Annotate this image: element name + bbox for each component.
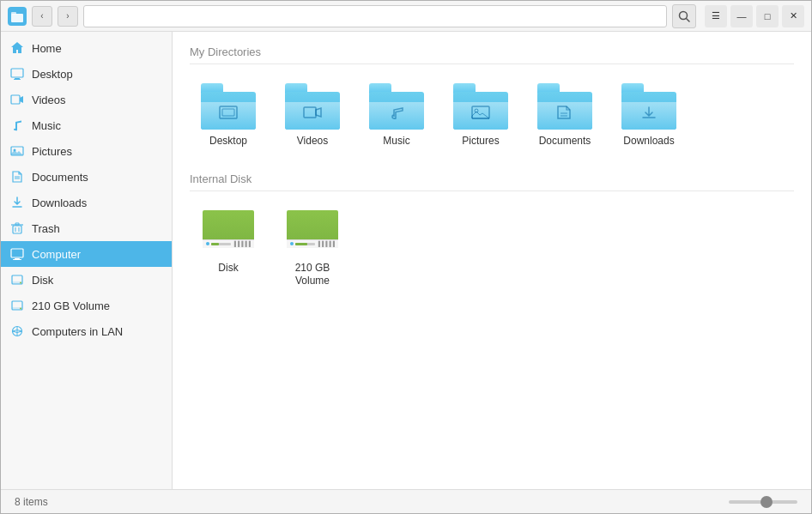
volume-item-icon: ▐▐▐▐▐	[285, 210, 340, 257]
titlebar: ‹ › ☰ — □ ✕	[1, 1, 811, 32]
folder-music[interactable]: Music	[358, 76, 435, 155]
svg-rect-4	[11, 69, 23, 77]
sidebar: Home Desktop	[1, 32, 173, 489]
folder-music-icon	[369, 83, 424, 130]
computer-icon	[9, 246, 25, 262]
folder-downloads-label: Downloads	[623, 135, 674, 148]
svg-rect-0	[11, 14, 23, 22]
file-manager-window: ‹ › ☰ — □ ✕ Home	[0, 0, 812, 514]
zoom-thumb	[760, 496, 773, 508]
folder-videos-icon	[285, 83, 340, 130]
svg-rect-7	[11, 95, 20, 104]
svg-rect-1	[11, 12, 16, 15]
sidebar-label-computer: Computer	[32, 248, 81, 261]
volume-led	[290, 242, 294, 245]
section-title-internal-disk: Internal Disk	[190, 172, 794, 191]
app-icon	[8, 7, 27, 26]
home-icon	[9, 40, 25, 56]
svg-rect-14	[13, 226, 21, 233]
close-button[interactable]: ✕	[782, 5, 804, 27]
volume-item-label: 210 GB Volume	[277, 262, 348, 288]
sidebar-item-home[interactable]: Home	[1, 35, 172, 61]
videos-icon	[9, 92, 25, 107]
svg-rect-19	[15, 258, 20, 259]
sidebar-item-desktop[interactable]: Desktop	[1, 61, 172, 87]
folder-pictures-label: Pictures	[462, 135, 499, 148]
sidebar-label-volume: 210 GB Volume	[32, 299, 110, 312]
svg-rect-31	[304, 107, 316, 118]
minimize-button[interactable]: —	[730, 5, 753, 27]
maximize-button[interactable]: □	[756, 5, 779, 27]
section-title-my-directories: My Directories	[190, 45, 794, 64]
svg-marker-32	[316, 108, 321, 117]
network-icon	[9, 324, 25, 339]
volume-icon	[9, 298, 25, 313]
folder-music-label: Music	[383, 135, 409, 148]
sidebar-item-downloads[interactable]: Downloads	[1, 190, 172, 215]
desktop-icon	[9, 66, 25, 82]
pictures-icon	[9, 143, 25, 159]
sidebar-item-computer[interactable]: Computer	[1, 241, 172, 267]
sidebar-label-downloads: Downloads	[32, 197, 87, 209]
folder-documents[interactable]: Documents	[526, 76, 603, 155]
sidebar-label-desktop: Desktop	[32, 68, 73, 81]
sidebar-label-music: Music	[32, 119, 61, 132]
sidebar-label-videos: Videos	[32, 94, 66, 106]
content-area: My Directories	[173, 32, 811, 489]
folder-desktop-label: Desktop	[209, 135, 247, 148]
main-layout: Home Desktop	[1, 32, 811, 489]
svg-point-23	[20, 282, 21, 284]
sidebar-item-computers-lan[interactable]: Computers in LAN	[1, 318, 172, 344]
folder-videos-label: Videos	[297, 135, 328, 148]
sidebar-item-videos[interactable]: Videos	[1, 87, 172, 112]
items-count: 8 items	[15, 496, 48, 508]
back-button[interactable]: ‹	[32, 6, 52, 27]
sidebar-item-trash[interactable]: Trash	[1, 215, 172, 241]
address-bar[interactable]	[83, 5, 667, 27]
svg-rect-18	[11, 249, 23, 257]
svg-rect-20	[13, 259, 21, 260]
svg-marker-8	[20, 96, 23, 103]
forward-button[interactable]: ›	[58, 6, 78, 27]
trash-icon	[9, 221, 25, 236]
folder-downloads-icon	[621, 83, 676, 130]
sidebar-item-disk[interactable]: Disk	[1, 267, 172, 293]
folder-desktop-icon	[201, 83, 256, 130]
svg-rect-6	[14, 79, 21, 80]
menu-button[interactable]: ☰	[705, 5, 727, 27]
folder-documents-icon	[537, 83, 592, 130]
folder-videos[interactable]: Videos	[274, 76, 351, 155]
sidebar-label-disk: Disk	[32, 274, 53, 287]
window-controls: ☰ — □ ✕	[705, 5, 804, 27]
disk-item-label: Disk	[218, 262, 238, 275]
search-button[interactable]	[672, 4, 696, 28]
sidebar-item-pictures[interactable]: Pictures	[1, 138, 172, 164]
folder-downloads[interactable]: Downloads	[610, 76, 688, 155]
sidebar-label-documents: Documents	[32, 171, 88, 184]
disk-icon	[9, 272, 25, 287]
folder-documents-label: Documents	[539, 135, 591, 148]
folder-pictures-icon	[453, 83, 508, 130]
sidebar-item-music[interactable]: Music	[1, 112, 172, 138]
sidebar-label-pictures: Pictures	[32, 145, 72, 158]
sidebar-label-computers-lan: Computers in LAN	[32, 325, 123, 338]
directories-grid: Desktop Vide	[190, 76, 794, 155]
folder-desktop[interactable]: Desktop	[190, 76, 267, 155]
documents-icon	[9, 169, 25, 184]
volume-item[interactable]: ▐▐▐▐▐ 210 GB Volume	[274, 203, 351, 295]
statusbar: 8 items	[1, 489, 811, 513]
svg-point-26	[20, 308, 21, 310]
sidebar-item-documents[interactable]: Documents	[1, 164, 172, 190]
sidebar-label-trash: Trash	[32, 222, 60, 235]
zoom-control	[729, 500, 797, 504]
sidebar-item-volume[interactable]: 210 GB Volume	[1, 293, 172, 318]
sidebar-label-home: Home	[32, 42, 62, 55]
disks-grid: ▐▐▐▐▐ Disk ▐▐▐▐▐	[190, 203, 794, 295]
disk-item[interactable]: ▐▐▐▐▐ Disk	[190, 203, 267, 295]
folder-pictures[interactable]: Pictures	[442, 76, 519, 155]
music-icon	[9, 118, 25, 133]
disk-item-icon: ▐▐▐▐▐	[201, 210, 256, 257]
downloads-icon	[9, 195, 25, 210]
zoom-slider[interactable]	[729, 500, 797, 504]
svg-rect-30	[222, 109, 234, 116]
